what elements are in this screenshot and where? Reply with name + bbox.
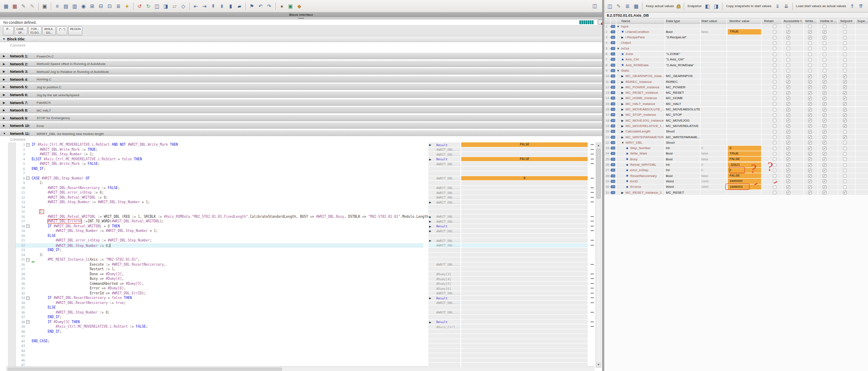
- retain-checkbox[interactable]: [773, 63, 777, 67]
- expand-triangle-icon[interactable]: ▶: [3, 117, 5, 120]
- copy-snapshots-button[interactable]: Copy snapshots to start values: [726, 4, 771, 8]
- visible-checkbox[interactable]: ✓: [823, 91, 826, 95]
- db-table-row[interactable]: 24Write_MarkBoolfalseTRUE✓✓✓: [604, 151, 868, 156]
- setpoint-checkbox[interactable]: [843, 63, 847, 67]
- data-type[interactable]: Bool: [666, 152, 673, 155]
- delete-block-icon[interactable]: ▦: [11, 2, 19, 10]
- db-table-row[interactable]: 9▼Static: [604, 68, 868, 73]
- writable-checkbox[interactable]: ✓: [808, 147, 812, 150]
- writable-checkbox[interactable]: ✓: [808, 163, 812, 167]
- visible-checkbox[interactable]: [823, 47, 826, 50]
- monitor-value[interactable]: [460, 214, 588, 219]
- monitor-value[interactable]: FALSE: [460, 142, 588, 147]
- setpoint-checkbox[interactable]: [843, 141, 847, 144]
- expand-triangle-icon[interactable]: ▶: [621, 86, 623, 89]
- writable-checkbox[interactable]: ✓: [808, 119, 812, 122]
- db-table-row[interactable]: 12▶MC_POWER_InstanceMC_POWER✓✓✓✓: [604, 85, 868, 90]
- writable-checkbox[interactable]: ✓: [808, 97, 812, 100]
- expand-triangle-icon[interactable]: ▶: [3, 93, 5, 97]
- expand-triangle-icon[interactable]: ▶: [3, 70, 5, 73]
- writable-checkbox[interactable]: [808, 25, 812, 28]
- expand-triangle-icon[interactable]: ▶: [621, 91, 623, 95]
- expand-triangle-icon[interactable]: ▶: [3, 62, 5, 66]
- db-table-row[interactable]: 4Output: [604, 40, 868, 45]
- db-table-row[interactable]: 25BusyBoolfalseFALSE✓✓✓: [604, 157, 868, 162]
- retain-checkbox[interactable]: [773, 108, 777, 112]
- setpoint-checkbox[interactable]: ✓: [843, 85, 847, 89]
- retain-checkbox[interactable]: [773, 58, 777, 62]
- edit-copy-icon[interactable]: ✎: [28, 2, 36, 10]
- setpoint-checkbox[interactable]: [843, 52, 847, 56]
- keep-items-icon[interactable]: ▣: [41, 2, 49, 10]
- retain-checkbox[interactable]: [773, 41, 777, 45]
- db-table-row[interactable]: 19▶MC_MOVERELATIVE_I...MC_MOVERELATIVE✓✓…: [604, 123, 868, 128]
- retain-checkbox[interactable]: [773, 91, 777, 95]
- setpoint-checkbox[interactable]: ✓: [843, 135, 847, 139]
- settings-icon[interactable]: ◇: [179, 2, 187, 10]
- network-row[interactable]: ▶Network 3:Method2:Jog to Relative in Ru…: [0, 68, 602, 75]
- retain-checkbox[interactable]: [773, 191, 777, 194]
- expand-value-icon[interactable]: ▶: [429, 239, 431, 242]
- start-value[interactable]: 16#0: [701, 179, 709, 183]
- db-table-row[interactable]: 31▶MC_RESET_Instance_1MC_RESET✓✓✓✓: [604, 190, 868, 195]
- accessible-checkbox[interactable]: [786, 52, 790, 56]
- writable-checkbox[interactable]: ✓: [808, 157, 812, 161]
- retain-checkbox[interactable]: [773, 163, 777, 167]
- setpoint-checkbox[interactable]: ✓: [843, 80, 847, 84]
- retain-checkbox[interactable]: [773, 135, 777, 139]
- insert-row-after-icon[interactable]: ⇥: [200, 2, 208, 10]
- visible-checkbox[interactable]: ✓: [823, 157, 826, 161]
- visible-checkbox[interactable]: ✓: [823, 30, 826, 34]
- start-value[interactable]: 0: [701, 146, 703, 150]
- go-to-error-next-icon[interactable]: ↻: [144, 2, 152, 10]
- expand-networks-icon[interactable]: ⊞: [88, 2, 96, 10]
- visible-checkbox[interactable]: ✓: [823, 124, 826, 128]
- expand-value-icon[interactable]: ▶: [429, 201, 431, 204]
- accessible-checkbox[interactable]: [786, 47, 790, 50]
- setpoint-checkbox[interactable]: ✓: [843, 102, 847, 106]
- network-row[interactable]: ▶Network 6:Jog by the set velocity/speed: [0, 91, 602, 98]
- monitor-value[interactable]: [460, 200, 588, 204]
- expand-value-icon[interactable]: ▶: [429, 225, 431, 228]
- accessible-checkbox[interactable]: ✓: [786, 152, 790, 156]
- snippet-button[interactable]: IF...: [3, 26, 14, 35]
- flag-icon[interactable]: ⚑: [248, 2, 256, 10]
- snapshot-create-icon[interactable]: ◧: [703, 2, 711, 10]
- data-type[interactable]: "1.ZONE": [666, 52, 680, 56]
- data-type[interactable]: RDREC: [666, 80, 678, 84]
- expand-triangle-icon[interactable]: ▶: [621, 102, 623, 106]
- data-type[interactable]: Word: [666, 185, 674, 189]
- db-table-row[interactable]: 11▶RDREC_InstanceRDREC✓✓✓✓: [604, 79, 868, 84]
- writable-checkbox[interactable]: ✓: [808, 135, 812, 139]
- setpoint-checkbox[interactable]: [843, 36, 847, 40]
- column-header[interactable]: Monitor value: [730, 19, 749, 23]
- expand-triangle-icon[interactable]: ▶: [3, 101, 5, 105]
- accessible-checkbox[interactable]: ✓: [786, 191, 790, 194]
- writable-checkbox[interactable]: ✓: [808, 141, 812, 144]
- setpoint-checkbox[interactable]: ✓: [843, 91, 847, 95]
- expand-triangle-icon[interactable]: ▶: [621, 97, 623, 100]
- writable-checkbox[interactable]: ✓: [808, 191, 812, 194]
- collapse-triangle-icon[interactable]: ▼: [617, 25, 619, 28]
- split-rows-icon[interactable]: ▤: [62, 2, 70, 10]
- add-row-icon[interactable]: ✎: [615, 2, 623, 10]
- writable-checkbox[interactable]: [808, 47, 812, 50]
- data-type[interactable]: Int: [666, 163, 670, 167]
- db-table-row[interactable]: 26Retval_WRITDBLInt0-32621✓✓✓: [604, 162, 868, 167]
- accessible-checkbox[interactable]: [786, 58, 790, 62]
- visible-checkbox[interactable]: [823, 25, 826, 28]
- accessible-checkbox[interactable]: [786, 41, 790, 45]
- snippet-button[interactable]: WHILE..DO...: [42, 26, 56, 35]
- setpoint-checkbox[interactable]: [843, 25, 847, 28]
- expand-value-icon[interactable]: ▶: [429, 321, 431, 324]
- db-table-row[interactable]: 6Zone"1.ZONE": [604, 52, 868, 57]
- favorites-icon[interactable]: ★: [123, 2, 131, 10]
- expand-triangle-icon[interactable]: ▶: [3, 124, 5, 127]
- collapse-triangle-icon[interactable]: ▼: [3, 132, 6, 135]
- step-icon[interactable]: ▰: [235, 2, 243, 10]
- retain-checkbox[interactable]: [773, 119, 777, 122]
- data-type[interactable]: Bool: [666, 157, 673, 161]
- retain-checkbox[interactable]: [773, 97, 777, 100]
- db-table-row[interactable]: 13▶MC_RESET_InstanceMC_RESET✓✓✓✓: [604, 90, 868, 95]
- vertical-scroll-thumb[interactable]: [596, 149, 601, 199]
